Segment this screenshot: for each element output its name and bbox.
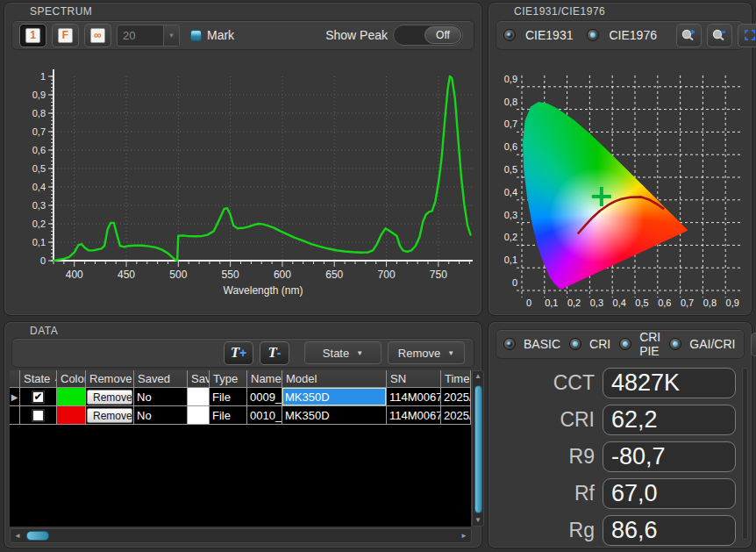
svg-text:600: 600 bbox=[274, 269, 291, 281]
cri-value: 62,2 bbox=[603, 405, 736, 435]
show-peak-state: Off bbox=[424, 26, 461, 44]
svg-text:0,4: 0,4 bbox=[613, 298, 626, 308]
svg-text:0,1: 0,1 bbox=[32, 237, 46, 247]
svg-text:0,5: 0,5 bbox=[635, 298, 648, 308]
metrics-scrollbar[interactable] bbox=[742, 368, 748, 540]
svg-text:0,7: 0,7 bbox=[681, 298, 694, 308]
add-table-button[interactable]: T+ bbox=[224, 341, 253, 365]
svg-text:Wavelength (nm): Wavelength (nm) bbox=[224, 284, 303, 297]
cie1976-radio[interactable] bbox=[587, 29, 599, 41]
cie-toolbar: CIE1931 CIE1976 bbox=[496, 20, 745, 50]
data-table: State▲ColorRemoveSavedSaveTypeNameModelS… bbox=[10, 370, 471, 527]
zoom-in-button[interactable] bbox=[676, 24, 702, 47]
svg-text:0,6: 0,6 bbox=[504, 141, 517, 152]
table-vertical-scrollbar[interactable]: ▲ ▼ bbox=[472, 370, 484, 527]
column-header-type[interactable]: Type bbox=[210, 370, 247, 388]
report-table-button[interactable] bbox=[751, 333, 756, 356]
remove-button[interactable]: Remove bbox=[87, 390, 132, 405]
state-checkbox[interactable] bbox=[32, 409, 45, 422]
scroll-up-icon[interactable]: ▲ bbox=[473, 371, 483, 382]
type-cell[interactable]: File bbox=[210, 406, 247, 425]
tab-gai-cri-radio[interactable] bbox=[669, 338, 681, 350]
scroll-right-icon[interactable]: ► bbox=[459, 531, 469, 541]
state-checkbox[interactable]: ✔ bbox=[32, 391, 45, 404]
single-measure-button[interactable]: 1 bbox=[19, 24, 46, 47]
color-swatch-cell[interactable] bbox=[57, 388, 86, 406]
remove-button[interactable]: Remove bbox=[87, 408, 132, 423]
svg-text:0: 0 bbox=[526, 298, 531, 308]
continuous-measure-button[interactable]: ∞ bbox=[84, 24, 111, 47]
table-row[interactable]: RemoveNoFile0010_0MK350D114M00672025/1 bbox=[10, 406, 471, 425]
column-header-name[interactable]: Name bbox=[247, 370, 282, 388]
column-header-remove[interactable]: Remove bbox=[86, 370, 134, 388]
remove-dropdown-label: Remove bbox=[398, 347, 440, 360]
color-swatch-cell[interactable] bbox=[57, 406, 86, 425]
tab-basic-radio[interactable] bbox=[503, 338, 516, 350]
type-cell[interactable]: File bbox=[210, 388, 247, 406]
svg-text:0,3: 0,3 bbox=[590, 298, 603, 308]
del-table-button[interactable]: T- bbox=[260, 341, 289, 365]
svg-text:0,2: 0,2 bbox=[32, 219, 46, 229]
cie1931-radio[interactable] bbox=[503, 29, 516, 41]
column-header-state[interactable]: State▲ bbox=[20, 370, 57, 388]
magnifier-minus-icon bbox=[711, 28, 727, 42]
spectrum-chart: 00,10,20,30,40,50,60,70,80,9140045050055… bbox=[10, 54, 478, 312]
name-cell[interactable]: 0009_0 bbox=[247, 388, 282, 406]
svg-text:0,5: 0,5 bbox=[504, 164, 517, 175]
expand-arrows-icon bbox=[743, 28, 756, 42]
state-checkbox-cell[interactable]: ✔ bbox=[20, 388, 57, 406]
chevron-down-icon[interactable]: ▼ bbox=[163, 25, 179, 46]
save-cell[interactable] bbox=[188, 406, 210, 425]
app-window: SPECTRUM 1 F ∞ 20 ▼ Mark Show Peak Off bbox=[0, 0, 756, 552]
sn-cell[interactable]: 114M0067 bbox=[387, 406, 441, 425]
remove-dropdown[interactable]: Remove ▼ bbox=[388, 341, 465, 364]
column-header-time[interactable]: Time bbox=[441, 370, 471, 388]
svg-text:0,6: 0,6 bbox=[32, 145, 46, 155]
horizontal-scroll-thumb[interactable] bbox=[26, 531, 49, 541]
add-table-icon: T bbox=[231, 344, 239, 362]
svg-text:0,2: 0,2 bbox=[567, 298, 581, 308]
svg-text:0,3: 0,3 bbox=[504, 210, 517, 220]
zoom-out-button[interactable] bbox=[707, 24, 732, 47]
scroll-down-icon[interactable]: ▼ bbox=[473, 515, 483, 526]
table-row[interactable]: ▶✔RemoveNoFile0009_0MK350D114M00672025/1 bbox=[10, 388, 471, 406]
spectrum-plot: 00,10,20,30,40,50,60,70,80,9140045050055… bbox=[10, 54, 478, 312]
column-header-save[interactable]: Save bbox=[188, 370, 210, 388]
mark-checkbox[interactable] bbox=[190, 30, 202, 41]
chevron-down-icon: ▼ bbox=[447, 349, 454, 357]
time-cell[interactable]: 2025/1 bbox=[441, 406, 471, 425]
saved-cell[interactable]: No bbox=[134, 406, 188, 425]
column-header-sn[interactable]: SN bbox=[387, 370, 441, 388]
svg-text:700: 700 bbox=[378, 269, 396, 281]
tab-gai-cri-label: GAI/CRI bbox=[689, 337, 735, 351]
vertical-scroll-thumb[interactable] bbox=[474, 385, 482, 513]
state-checkbox-cell[interactable] bbox=[20, 406, 57, 425]
time-cell[interactable]: 2025/1 bbox=[441, 388, 471, 406]
column-header-saved[interactable]: Saved bbox=[134, 370, 188, 388]
saved-cell[interactable]: No bbox=[134, 388, 188, 406]
rg-value: 86,6 bbox=[603, 515, 736, 546]
scroll-left-icon[interactable]: ◄ bbox=[12, 531, 23, 541]
table-horizontal-scrollbar[interactable]: ◄ ► bbox=[10, 528, 472, 543]
svg-text:0,9: 0,9 bbox=[726, 298, 739, 308]
tab-cri-pie-radio[interactable] bbox=[619, 338, 631, 350]
fit-view-button[interactable] bbox=[738, 24, 756, 47]
f-measure-button[interactable]: F bbox=[52, 24, 79, 47]
tab-cri-radio[interactable] bbox=[569, 338, 581, 350]
tab-basic-label: BASIC bbox=[524, 337, 560, 351]
column-header-color[interactable]: Color bbox=[57, 370, 86, 388]
svg-text:0,3: 0,3 bbox=[32, 200, 46, 211]
show-peak-toggle[interactable]: Off bbox=[393, 25, 463, 46]
state-dropdown[interactable]: State ▼ bbox=[304, 341, 382, 364]
count-dropdown[interactable]: 20 ▼ bbox=[117, 25, 180, 47]
svg-text:400: 400 bbox=[66, 269, 83, 281]
cie-panel: CIE1931/CIE1976 CIE1931 CIE1976 bbox=[488, 2, 752, 316]
model-cell[interactable]: MK350D bbox=[282, 406, 387, 425]
name-cell[interactable]: 0010_0 bbox=[247, 406, 282, 425]
sn-cell[interactable]: 114M0067 bbox=[387, 388, 441, 406]
column-header-model[interactable]: Model bbox=[282, 370, 387, 388]
metric-cct: CCT 4827K bbox=[497, 368, 736, 398]
model-cell[interactable]: MK350D bbox=[282, 388, 387, 406]
svg-text:0,4: 0,4 bbox=[32, 182, 46, 192]
save-cell[interactable] bbox=[188, 388, 210, 406]
